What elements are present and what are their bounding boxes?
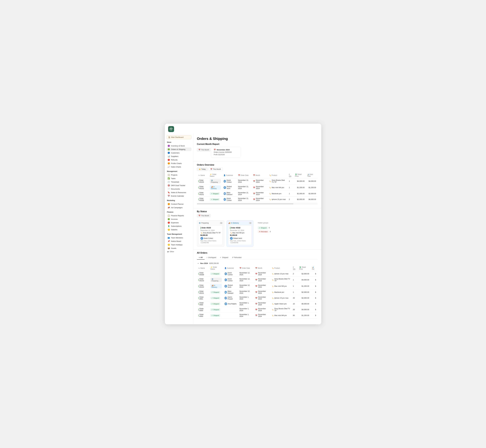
calendar-cell-icon: 📅 (255, 303, 257, 305)
sidebar-item-okr[interactable]: 🎯 OKR Goal Tracker (167, 184, 191, 187)
month-cell: 📅November 2024 (255, 272, 269, 276)
sidebar-item-assets[interactable]: 📦 Assets (167, 247, 191, 250)
sidebar-item-ad[interactable]: 📣 Ad Campaigns (167, 206, 191, 209)
order-date-cell: November 12, 2024 (237, 191, 252, 197)
retail-price-cell: $2,000.00 (298, 289, 310, 295)
customer-cell: KCKevin Cohen (224, 179, 235, 183)
sidebar-item-customers[interactable]: 🔵 Customers (167, 151, 191, 154)
table-row[interactable]: Order #0102 🚚 In Delivery RIRobert Ievin… (197, 184, 317, 191)
sidebar-item-tasks[interactable]: ✅ Tasks (167, 177, 191, 180)
order-name-cell: Order #0101 (197, 191, 209, 197)
tab-this-month[interactable]: 📅 This Month (209, 168, 223, 171)
horizontal-scrollbar[interactable] (197, 203, 317, 204)
sidebar-item-content[interactable]: 🟠 Content Planner (167, 202, 191, 206)
table-row[interactable]: Order #0103 ⚙️ Preparing KCKevin Cohen N… (197, 178, 317, 184)
table-row[interactable]: Order #0103 ⚙️ Preparing KCKevin Cohen N… (197, 277, 317, 283)
table-row[interactable]: Order #0309 ✓ Shipped KCKevin Cohen Nove… (197, 197, 317, 202)
customer-name-cell (223, 307, 238, 312)
other-item[interactable]: ▶ Other (167, 250, 191, 253)
kanban-product-2: 🏷️ Mac mini M4 pro (230, 232, 250, 234)
management-section-title: Management (167, 170, 191, 172)
table-row[interactable]: Order #0102 🚚 In Delivery RIRobert Ievin… (197, 283, 317, 289)
kanban-customer-2: R Robert Ievin (230, 237, 250, 240)
sidebar-item-incomes[interactable]: 🟢 Incomes (167, 217, 191, 221)
table-row[interactable]: Order #001 ✓ Shipped APAaron Powell Nove… (197, 295, 317, 301)
sidebar-item-inventory[interactable]: 🟣 Inventory & Stock (167, 144, 191, 148)
hidden-group-shipped[interactable]: ✓ Shipped 6 (258, 226, 271, 229)
sidebar-item-team-members[interactable]: 👥 Team Members (167, 236, 191, 240)
col-qty: # Qty (288, 173, 294, 178)
sidebar-item-refunds[interactable]: 🔴 Refunds (167, 158, 191, 161)
sidebar-item-orders[interactable]: 🟢 Orders & Shipping (167, 148, 191, 151)
sidebar-item-salaries[interactable]: 🟡 Salaries (167, 228, 191, 231)
order-name-cell: Order #0103 (197, 178, 209, 184)
shipped-badge: ✓ Shipped (258, 226, 268, 229)
by-status-filter[interactable]: 📅 This Month (197, 214, 211, 217)
order-name-cell: Order #000 (197, 307, 209, 312)
main-dashboard-button[interactable]: 🏠 Main Dashboard (167, 135, 191, 139)
sidebar-item-suppliers[interactable]: 📊 Suppliers (167, 154, 191, 158)
order-bar (198, 285, 199, 287)
table-row[interactable]: Order #0101 ✓ Shipped MEMary Edward Nove… (197, 289, 317, 295)
tab-today[interactable]: ☀️ Today (197, 168, 208, 171)
order-date-cell: November 12, 2024 (237, 197, 252, 202)
product-cell: 🏷️Apple Vision pro (272, 303, 290, 305)
month-cell-col: 📅November 2024 (252, 178, 268, 184)
month-cell-col: 📅November 2024 (254, 307, 270, 312)
tab-refunded[interactable]: ↺ Refunded (230, 256, 243, 260)
sidebar-item-documents[interactable]: 📄 Documents (167, 187, 191, 191)
sidebar-item-holidays[interactable]: 🟡 Team Holidays (167, 243, 191, 247)
col-retail-price: 💲 Retail Price (294, 173, 306, 178)
auto-total-cell: $ (310, 283, 317, 289)
product-cell-col: 🏷️Macbook pro (268, 191, 287, 197)
finance-section-title: Finance (167, 211, 191, 213)
auto-total-cell: $ (310, 271, 317, 277)
sidebar-item-notes[interactable]: 🔖 Notes & Resources (167, 191, 191, 194)
col-customer: 👤 Customer (222, 173, 237, 178)
kanban-col-delivery: 🚚 In Delivery 1 Order #0102 November 12,… (227, 220, 253, 247)
sidebar-item-timesheet[interactable]: 🕐 Timesheet (167, 180, 191, 184)
ao-col-qty: # Qty (292, 265, 298, 271)
month-cell-col: 📅November 2024 (254, 277, 270, 283)
order-bar (198, 309, 199, 311)
hidden-group-refunded[interactable]: ✕ Refunded 0 (258, 230, 271, 233)
order-bar (198, 279, 199, 281)
table-row[interactable]: Order #000 ✓ Shipped ARAna Ralphs Novemb… (197, 301, 317, 307)
order-bar (198, 198, 199, 200)
status-badge: 🚚 In Delivery (210, 185, 221, 190)
sidebar-item-sales[interactable]: 📈 Sales Charts (167, 165, 191, 168)
sidebar-item-notice[interactable]: 📌 Notice Board (167, 240, 191, 243)
content-icon: 🟠 (168, 203, 170, 205)
this-month-filter[interactable]: 📅 This Month (197, 148, 211, 152)
table-row[interactable]: Order #0309 ✓ Shipped KCKevin Cohen Nove… (197, 271, 317, 277)
order-date-cell: November 12, 2024 (238, 289, 254, 295)
table-row[interactable]: Order #000 ✓ Shipped November 1, 2024 📅N… (197, 312, 317, 318)
sidebar-item-profits[interactable]: 🟠 Profits Charts (167, 161, 191, 165)
product-cell-col: 🏷️Iphone 15 pro max (268, 197, 287, 202)
sidebar-item-events[interactable]: 📅 Events Calendar (167, 194, 191, 198)
table-row[interactable]: Order #0101 ✓ Shipped MEMary Edward Nove… (197, 191, 317, 197)
retail-price-cell: $4,000.00 (298, 277, 310, 283)
table-row[interactable]: Order #000 ✓ Shipped November 1, 2024 📅N… (197, 307, 317, 312)
tab-unshipped[interactable]: ○ Unshipped (204, 256, 218, 260)
kanban-customer: K Kevin Cohen (201, 237, 221, 240)
sidebar-item-expenses[interactable]: 🔴 Expenses (167, 221, 191, 224)
tag-icon: 🏷️ (272, 273, 274, 275)
sidebar-item-subscriptions[interactable]: 💲 Subscriptions (167, 224, 191, 228)
tab-all[interactable]: ≡ All (197, 256, 204, 260)
order-status-cell: ✓ Shipped (209, 307, 223, 312)
sidebar-item-projects[interactable]: 📋 Projects (167, 173, 191, 177)
status-badge: ✓ Shipped (210, 272, 220, 275)
qty-cell: 1 (292, 283, 298, 289)
order-name-cell: Order #0101 (197, 289, 209, 295)
month-card-title: 📅 November 2024 (214, 149, 238, 151)
tag-icon: 🏷️ (272, 285, 274, 287)
order-name-cell: Order #000 (197, 301, 209, 307)
customers-icon: 🔵 (168, 152, 170, 154)
store-section-title: Store (167, 141, 191, 143)
sidebar-item-finance[interactable]: 📋 Finance Reports (167, 214, 191, 217)
product-cell: 🏷️Iphone 15 pro max (269, 199, 286, 200)
salaries-icon: 🟡 (168, 229, 170, 231)
expand-icon[interactable]: ▼ (197, 263, 199, 264)
tab-shipped[interactable]: ✓ Shipped (218, 256, 230, 260)
